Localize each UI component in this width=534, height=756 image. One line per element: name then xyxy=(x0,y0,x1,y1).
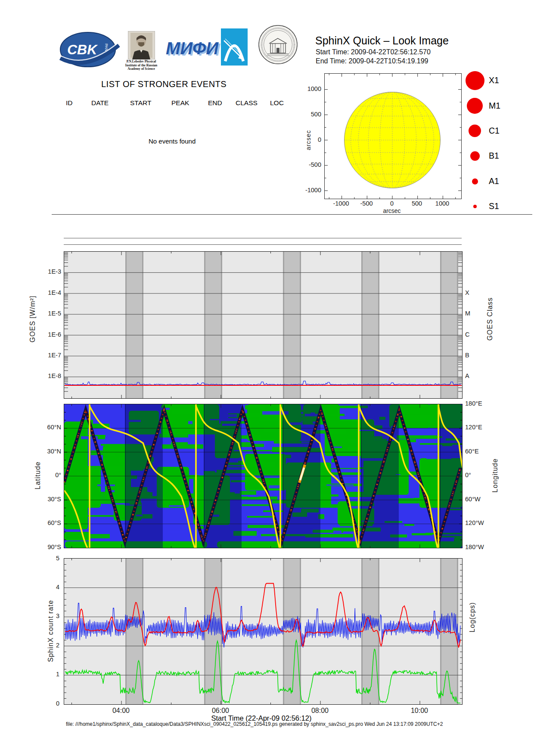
end-time-label: End Time: 2009-04-22T10:54:19.199 xyxy=(316,57,428,65)
map-right-label: Longitude xyxy=(491,458,499,492)
count-right-label: Log(cps) xyxy=(469,602,476,632)
sphinx-quicklook-page: CBK PAN P.N.Lebedev Physical Institute o… xyxy=(0,0,534,756)
sun-ytick: 1000 xyxy=(299,85,321,92)
mifi-logo-text: МИФИ xyxy=(166,39,218,58)
events-title: LIST OF STRONGER EVENTS xyxy=(101,79,227,89)
sun-xtick: -500 xyxy=(354,200,379,207)
events-col-peak: PEAK xyxy=(171,99,189,107)
page-title: SphinX Quick – Look Image xyxy=(315,34,449,47)
lat-tick: 30°N xyxy=(37,448,61,455)
legend-circle-b1 xyxy=(470,151,480,161)
lon-tick: 60°W xyxy=(465,496,481,503)
events-col-date: DATE xyxy=(91,99,109,107)
goes-class-label: GOES Class xyxy=(486,297,494,341)
events-col-id: ID xyxy=(66,99,73,107)
goes-class-x: X xyxy=(465,289,469,296)
goes-plot xyxy=(64,251,463,399)
lebedev-portrait-logo xyxy=(128,31,155,59)
separator-line-1 xyxy=(64,238,462,238)
map-plot xyxy=(64,404,463,548)
lat-tick: 90°S xyxy=(37,544,61,550)
legend-circle-m1 xyxy=(467,98,483,114)
sun-xlabel: arcsec xyxy=(379,207,405,214)
lat-tick: 60°S xyxy=(37,519,61,526)
divider-line xyxy=(52,214,532,215)
sun-ytick: 500 xyxy=(299,111,321,118)
lebedev-caption: P.N.Lebedev Physical Institute of the Ru… xyxy=(113,60,170,71)
goes-class-a: A xyxy=(465,372,469,379)
lon-tick: 120°W xyxy=(465,519,484,526)
university-seal-logo xyxy=(258,25,298,65)
count-xtick: 06:00 xyxy=(205,707,236,715)
start-time-label: Start Time: 2009-04-22T02:56:12.570 xyxy=(316,48,431,56)
legend-label-a1: A1 xyxy=(489,176,499,186)
legend-label-x1: X1 xyxy=(489,75,499,85)
lon-tick: 120°E xyxy=(465,424,482,431)
count-ylabel: SphinX count rate xyxy=(47,600,55,662)
lat-tick: 60°N xyxy=(37,424,61,431)
lon-tick: 60°E xyxy=(465,448,479,455)
events-col-class: CLASS xyxy=(236,99,258,107)
count-ytick: 5 xyxy=(47,555,59,562)
count-rate-plot xyxy=(64,558,463,705)
sun-xtick: 1000 xyxy=(429,200,455,207)
arch-logo xyxy=(221,28,248,66)
legend-circle-s1 xyxy=(473,205,477,208)
goes-class-m: M xyxy=(465,310,470,317)
sun-xtick: 500 xyxy=(404,200,430,207)
lon-tick: 0° xyxy=(465,472,471,478)
count-xtick: 04:00 xyxy=(106,707,136,715)
legend-label-c1: C1 xyxy=(489,126,500,136)
events-col-start: START xyxy=(130,99,151,107)
events-empty-message: No events found xyxy=(149,137,196,145)
goes-ytick: 1E-5 xyxy=(40,310,61,317)
count-ytick: 1 xyxy=(47,671,59,678)
separator-line-2 xyxy=(64,244,462,245)
goes-class-c: C xyxy=(465,331,469,338)
goes-ylabel: GOES [W/m²] xyxy=(29,296,37,343)
lon-tick: 180°W xyxy=(465,544,484,550)
sun-plot xyxy=(324,73,462,199)
events-col-loc: LOC xyxy=(270,99,284,107)
mifi-logo: МИФИ xyxy=(166,39,218,58)
lat-tick: 30°S xyxy=(37,496,61,503)
cbk-logo-text: CBK xyxy=(67,42,98,57)
count-ytick: 0 xyxy=(47,700,59,707)
sun-ytick: -1000 xyxy=(299,187,321,194)
goes-ytick: 1E-4 xyxy=(40,289,61,296)
cbk-pan-logo: CBK PAN xyxy=(59,31,120,71)
goes-ytick: 1E-6 xyxy=(40,331,61,338)
lon-tick: 180°E xyxy=(465,400,482,407)
events-col-end: END xyxy=(208,99,222,107)
cbk-logo-sub: PAN xyxy=(104,44,109,51)
legend-circle-a1 xyxy=(472,178,478,184)
legend-circle-c1 xyxy=(469,125,481,137)
sun-ylabel: arcsec xyxy=(305,130,312,150)
legend-circle-x1 xyxy=(466,71,484,90)
goes-class-b: B xyxy=(465,352,469,359)
legend-label-m1: M1 xyxy=(489,101,500,111)
count-ytick: 4 xyxy=(47,584,59,590)
count-xtick: 08:00 xyxy=(305,707,335,715)
sun-ytick: -500 xyxy=(299,161,321,168)
sun-xtick: -1000 xyxy=(328,200,354,207)
legend-label-s1: S1 xyxy=(489,201,499,211)
map-ylabel: Latitude xyxy=(34,462,42,490)
count-xtick: 10:00 xyxy=(404,707,435,715)
sun-xtick: 0 xyxy=(379,200,405,207)
goes-ytick: 1E-8 xyxy=(40,372,61,379)
legend-label-b1: B1 xyxy=(489,151,499,161)
goes-ytick: 1E-3 xyxy=(40,268,61,275)
goes-ytick: 1E-7 xyxy=(40,352,61,359)
lebedev-caption-line3: Academy of Science xyxy=(113,67,170,71)
footer-file-path: file: ///home1/sphinx/SphinX_data_catalo… xyxy=(66,721,443,727)
